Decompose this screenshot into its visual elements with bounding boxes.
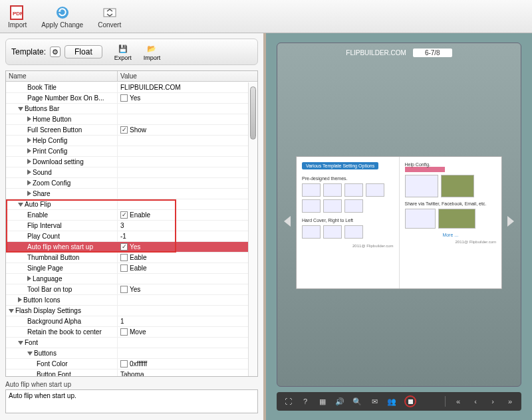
import-button[interactable]: PDF Import (5, 1, 29, 31)
setting-row[interactable]: Flip Interval3 (6, 221, 257, 231)
column-value[interactable]: Value (118, 71, 257, 81)
setting-row[interactable]: Font Color0xffffff (6, 359, 257, 369)
left-page-text2: Hard Cover, Right to Left (302, 218, 394, 223)
setting-row[interactable]: Play Count-1 (6, 231, 257, 242)
right-page-text1: Share via Twitter, Facebook, Email, etc. (405, 201, 497, 206)
setting-row[interactable]: Buttons Bar (6, 104, 257, 114)
setting-row[interactable]: Background Alpha1 (6, 316, 257, 327)
prev-page-arrow[interactable] (284, 216, 291, 227)
setting-row[interactable]: Help Config (6, 136, 257, 146)
help-icon[interactable]: ? (301, 397, 310, 406)
setting-row[interactable]: Book TitleFLIPBUILDER.COM (6, 82, 257, 93)
preview-panel: FLIPBUILDER.COM 6-7/8 Various Template S… (266, 33, 532, 420)
preview-title: FLIPBUILDER.COM (346, 49, 406, 56)
book-preview[interactable]: Various Template Setting Options Pre-des… (296, 156, 502, 289)
preview-frame: FLIPBUILDER.COM 6-7/8 Various Template S… (277, 43, 521, 387)
setting-row[interactable]: Full Screen Button✓Show (6, 125, 257, 136)
description-title: Auto flip when start up (5, 381, 258, 388)
next-page-icon[interactable]: › (488, 397, 497, 406)
setting-row[interactable]: Zoom Config (6, 178, 257, 189)
setting-row[interactable]: Tool Bar on topYes (6, 284, 257, 295)
scrollbar[interactable] (248, 82, 257, 376)
first-page-icon[interactable]: « (454, 397, 463, 406)
template-select[interactable]: Float (65, 45, 102, 58)
folder-icon: 📂 (145, 43, 158, 54)
template-label: Template: (11, 47, 46, 56)
apply-change-button[interactable]: Apply Change (39, 1, 86, 31)
setting-row[interactable]: Thumbnail ButtonEable (6, 253, 257, 263)
setting-row[interactable]: Single PageEable (6, 263, 257, 274)
description-text: Auto flip when start up. (5, 389, 258, 413)
template-bar: Template: ⚙ Float 💾 Export 📂 Import (5, 39, 258, 65)
gear-icon[interactable]: ⚙ (50, 47, 61, 57)
setting-row[interactable]: Flash Display Settings (6, 306, 257, 316)
sound-icon[interactable]: 🔊 (335, 397, 344, 406)
next-page-arrow[interactable] (507, 216, 514, 227)
left-panel: Template: ⚙ Float 💾 Export 📂 Import Name… (0, 33, 266, 420)
grid-body[interactable]: Book TitleFLIPBUILDER.COMPage Number Box… (6, 82, 257, 376)
scroll-thumb[interactable] (250, 86, 256, 140)
pdf-icon: PDF (9, 4, 26, 21)
setting-row[interactable]: Sound (6, 167, 257, 178)
email-icon[interactable]: ✉ (370, 397, 379, 406)
more-link[interactable]: More ... (405, 233, 497, 237)
left-page-text1: Pre-designed themes. (302, 176, 394, 181)
last-page-icon[interactable]: » (505, 397, 515, 406)
thumbnails-icon[interactable]: ▦ (318, 397, 327, 406)
setting-row[interactable]: Font (6, 338, 257, 348)
setting-row[interactable]: Home Button (6, 114, 257, 125)
setting-row[interactable]: Language (6, 274, 257, 284)
stop-autoflip-button[interactable] (404, 395, 416, 407)
setting-row[interactable]: Auto flip when start up✓Yes (6, 242, 257, 253)
refresh-icon (54, 4, 71, 21)
column-name[interactable]: Name (6, 71, 118, 81)
export-button[interactable]: 💾 Export (114, 43, 132, 61)
setting-row[interactable]: Page Number Box On B...Yes (6, 93, 257, 104)
setting-row[interactable]: Download setting (6, 157, 257, 167)
prev-page-icon[interactable]: ‹ (471, 397, 480, 406)
preview-toolbar: ⛶ ? ▦ 🔊 🔍 ✉ 👥 « ‹ › » (277, 392, 521, 411)
main-toolbar: PDF Import Apply Change Convert (0, 0, 532, 33)
import-template-button[interactable]: 📂 Import (144, 43, 161, 61)
page-indicator[interactable]: 6-7/8 (413, 49, 452, 57)
left-page: Various Template Setting Options Pre-des… (297, 157, 400, 288)
setting-row[interactable]: Retain the book to centerMove (6, 327, 257, 338)
fullscreen-icon[interactable]: ⛶ (283, 397, 293, 406)
setting-row[interactable]: Print Config (6, 146, 257, 157)
setting-row[interactable]: Button FontTahoma (6, 369, 257, 376)
setting-row[interactable]: Buttons (6, 348, 257, 359)
convert-icon (101, 4, 118, 21)
setting-row[interactable]: Button Icons (6, 295, 257, 306)
svg-text:PDF: PDF (13, 11, 23, 17)
convert-button[interactable]: Convert (95, 1, 124, 31)
share-icon[interactable]: 👥 (387, 397, 396, 406)
right-page: Help Config. Share via Twitter, Facebook… (400, 157, 502, 288)
right-page-heading: Help Config. (405, 162, 497, 167)
zoom-icon[interactable]: 🔍 (352, 397, 362, 406)
setting-row[interactable]: Share (6, 189, 257, 199)
setting-row[interactable]: Enable✓Enable (6, 210, 257, 221)
settings-grid: Name Value Book TitleFLIPBUILDER.COMPage… (5, 70, 258, 377)
left-page-heading: Various Template Setting Options (302, 162, 378, 169)
save-icon: 💾 (116, 43, 130, 54)
setting-row[interactable]: Auto Flip (6, 199, 257, 210)
